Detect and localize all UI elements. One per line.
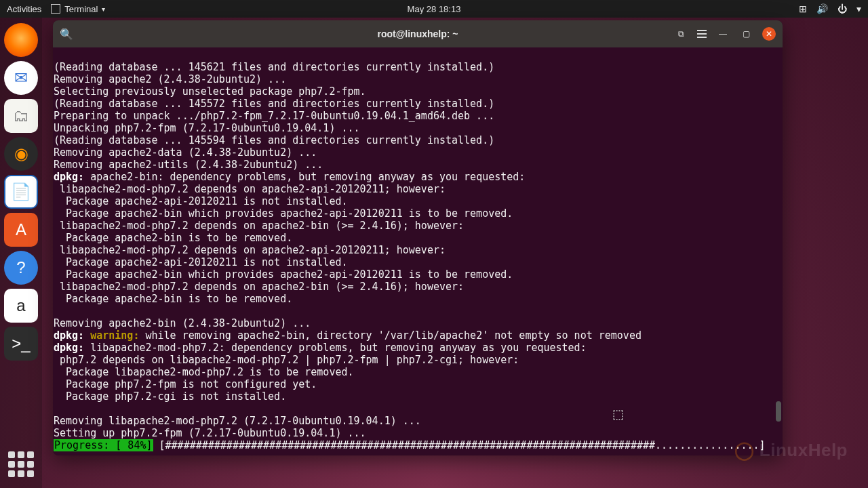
output-line: libapache2-mod-php7.2 depends on apache2… <box>54 220 464 232</box>
output-line: Package libapache2-mod-php7.2 is to be r… <box>54 366 354 378</box>
window-titlebar[interactable]: 🔍 root@linuxhelp: ~ ⧉ — ▢ ✕ <box>53 20 783 47</box>
output-line: libapache2-mod-php7.2 depends on apache2… <box>54 244 446 256</box>
output-line: Removing apache2-utils (2.4.38-2ubuntu2)… <box>54 159 323 171</box>
output-line: Removing apache2-data (2.4.38-2ubuntu2) … <box>54 146 317 159</box>
hamburger-menu-icon[interactable] <box>697 30 707 38</box>
output-line: php7.2 depends on libapache2-mod-php7.2 … <box>54 354 519 366</box>
help-launcher[interactable]: ? <box>4 251 38 285</box>
output-line: (Reading database ... 145594 files and d… <box>54 134 494 146</box>
output-line: Package apache2-bin which provides apach… <box>54 207 513 220</box>
output-line: libapache2-mod-php7.2 depends on apache2… <box>54 281 464 293</box>
output-line: Package apache2-bin is to be removed. <box>54 232 292 244</box>
output-line: Removing apache2 (2.4.38-2ubuntu2) ... <box>54 73 286 85</box>
app-menu-label: Terminal <box>64 4 98 14</box>
maximize-button[interactable]: ▢ <box>739 27 753 41</box>
terminal-scrollbar[interactable] <box>774 47 781 455</box>
activities-button[interactable]: Activities <box>7 4 41 14</box>
output-line: Unpacking php7.2-fpm (7.2.17-0ubuntu0.19… <box>54 122 360 134</box>
minimize-button[interactable]: — <box>716 27 730 41</box>
terminal-output[interactable]: (Reading database ... 145621 files and d… <box>53 47 783 455</box>
output-line: dpkg: warning: while removing apache2-bi… <box>54 329 642 342</box>
scrollbar-thumb[interactable] <box>776 401 781 422</box>
dock: ✉ 🗂 ◉ 📄 A ? a >_ <box>0 18 42 488</box>
firefox-launcher[interactable] <box>4 23 38 57</box>
power-icon[interactable]: ⏻ <box>837 3 847 14</box>
output-line: Selecting previously unselected package … <box>54 85 366 98</box>
search-icon[interactable]: 🔍 <box>60 28 73 41</box>
output-line: Removing libapache2-mod-php7.2 (7.2.17-0… <box>54 415 421 427</box>
ubuntu-software-launcher[interactable]: A <box>4 213 38 247</box>
chevron-down-icon[interactable]: ▾ <box>856 3 861 14</box>
output-line: Package apache2-bin is to be removed. <box>54 293 292 305</box>
progress-line: Progress: [ 84%] [######################… <box>54 439 782 451</box>
clock[interactable]: May 28 18:13 <box>408 4 461 14</box>
libreoffice-writer-launcher[interactable]: 📄 <box>4 175 38 209</box>
output-line: Removing apache2-bin (2.4.38-2ubuntu2) .… <box>54 317 311 329</box>
output-line: (Reading database ... 145621 files and d… <box>54 61 494 73</box>
terminal-window-icon <box>51 4 60 14</box>
rhythmbox-launcher[interactable]: ◉ <box>4 137 38 171</box>
network-icon[interactable]: ⊞ <box>799 3 807 14</box>
output-line: Package php7.2-fpm is not configured yet… <box>54 378 317 390</box>
output-line: Package apache2-api-20120211 is not inst… <box>54 256 347 268</box>
window-title: root@linuxhelp: ~ <box>377 28 458 39</box>
progress-label: Progress: [ 84%] <box>54 439 153 451</box>
volume-icon[interactable]: 🔊 <box>816 3 828 14</box>
close-button[interactable]: ✕ <box>762 27 776 41</box>
app-menu[interactable]: Terminal ▾ <box>51 4 105 14</box>
amazon-launcher[interactable]: a <box>4 289 38 323</box>
output-line: libapache2-mod-php7.2 depends on apache2… <box>54 183 446 195</box>
thunderbird-launcher[interactable]: ✉ <box>4 61 38 95</box>
cursor-icon: ⬚ <box>612 407 624 422</box>
output-line: dpkg: libapache2-mod-php7.2: dependency … <box>54 342 587 354</box>
terminal-window: 🔍 root@linuxhelp: ~ ⧉ — ▢ ✕ (Reading dat… <box>53 20 783 455</box>
output-line: (Reading database ... 145572 files and d… <box>54 98 494 110</box>
output-line: Package php7.2-cgi is not installed. <box>54 390 286 403</box>
terminal-launcher[interactable]: >_ <box>4 327 38 361</box>
output-line: Package apache2-api-20120211 is not inst… <box>54 195 347 207</box>
output-line: Preparing to unpack .../php7.2-fpm_7.2.1… <box>54 110 494 122</box>
output-line: Setting up php7.2-fpm (7.2.17-0ubuntu0.1… <box>54 427 366 439</box>
chevron-down-icon: ▾ <box>102 5 105 13</box>
top-panel: Activities Terminal ▾ May 28 18:13 ⊞ 🔊 ⏻… <box>0 0 868 18</box>
show-applications-button[interactable] <box>4 447 38 481</box>
new-tab-icon[interactable]: ⧉ <box>674 27 688 41</box>
progress-bar: [#######################################… <box>153 439 772 451</box>
files-launcher[interactable]: 🗂 <box>4 99 38 133</box>
output-line: Package apache2-bin which provides apach… <box>54 268 513 281</box>
output-line: dpkg: apache2-bin: dependency problems, … <box>54 171 525 183</box>
